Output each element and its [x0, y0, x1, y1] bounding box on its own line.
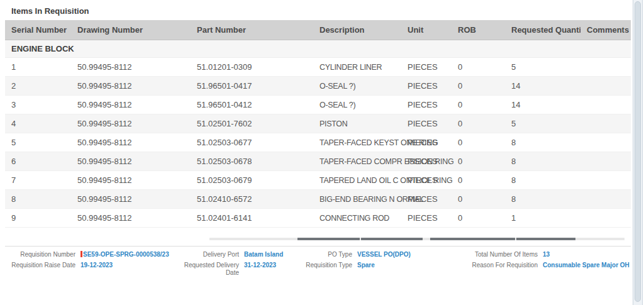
cell-drawing: 50.99495-8112	[71, 190, 191, 209]
cell-requested_quantity: 14	[505, 77, 580, 96]
cell-unit: PIECES	[401, 114, 452, 133]
cell-description: O-SEAL ?)	[313, 96, 401, 114]
cell-rob: 0	[452, 96, 505, 114]
cell-serial: 9	[5, 209, 71, 228]
column-header-unit: Unit	[401, 20, 452, 40]
cell-requested_quantity: 8	[505, 190, 580, 209]
cell-description: O-SEAL ?)	[313, 77, 401, 96]
cell-comments	[580, 96, 631, 114]
cell-part: 51.02501-7602	[191, 114, 313, 133]
table-row: 450.99495-811251.02501-7602PISTONPIECES0…	[5, 114, 631, 133]
column-header-description: Description	[313, 20, 401, 40]
table-row: 950.99495-811251.02401-6141CONNECTING RO…	[5, 209, 631, 228]
cell-serial: 7	[5, 171, 71, 190]
cell-rob: 0	[452, 114, 505, 133]
footer-field-label: Total Number Of Items	[440, 251, 538, 258]
footer-field-requisition-number: Requisition NumberSE59-OPE-SPRG-0000538/…	[5, 251, 181, 258]
cell-serial: 5	[5, 133, 71, 152]
cell-comments	[580, 190, 631, 209]
cell-unit: PIECES	[401, 209, 452, 228]
footer-column: Delivery PortBatam IslandRequested Deliv…	[181, 251, 296, 280]
requisition-items-panel: Items In Requisition Serial NumberDrawin…	[0, 0, 644, 305]
items-table: Serial NumberDrawing NumberPart NumberDe…	[5, 20, 631, 228]
cell-requested_quantity: 8	[505, 171, 580, 190]
cell-rob: 0	[452, 171, 505, 190]
footer-field-total-number-of-items: Total Number Of Items13	[440, 251, 625, 258]
cell-part: 51.96501-0417	[191, 77, 313, 96]
cell-rob: 0	[452, 133, 505, 152]
footer-field-po-type: PO TypeVESSEL PO(DPO)	[296, 251, 440, 258]
cell-part: 51.02401-6141	[191, 209, 313, 228]
cell-description: TAPER-FACED COMPR ESSION RING	[313, 152, 401, 171]
table-row: 250.99495-811251.96501-0417O-SEAL ?)PIEC…	[5, 77, 631, 96]
cell-requested_quantity: 8	[505, 133, 580, 152]
requisition-summary-footer: Requisition NumberSE59-OPE-SPRG-0000538/…	[5, 246, 631, 280]
footer-field-value: VESSEL PO(DPO)	[357, 251, 411, 258]
cell-drawing: 50.99495-8112	[71, 96, 191, 114]
footer-field-value: 31-12-2023	[244, 262, 276, 269]
cell-comments	[580, 171, 631, 190]
divider-segment	[361, 238, 423, 240]
cell-comments	[580, 152, 631, 171]
footer-column: Requisition NumberSE59-OPE-SPRG-0000538/…	[5, 251, 181, 280]
footer-field-label: Requisition Type	[296, 262, 352, 269]
cell-drawing: 50.99495-8112	[71, 133, 191, 152]
footer-field-value: SE59-OPE-SPRG-0000538/23	[80, 251, 169, 258]
vertical-scrollbar-thumb[interactable]	[635, 1, 641, 302]
cell-part: 51.02503-0678	[191, 152, 313, 171]
divider-segment	[430, 238, 515, 240]
cell-serial: 8	[5, 190, 71, 209]
footer-field-reason-for-requisition: Reason For RequisitionConsumable Spare M…	[440, 262, 625, 269]
cell-part: 51.02410-6572	[191, 190, 313, 209]
cell-serial: 4	[5, 114, 71, 133]
cell-rob: 0	[452, 77, 505, 96]
cell-description: TAPER-FACED KEYST ONE RING	[313, 133, 401, 152]
column-header-rob: ROB	[452, 20, 505, 40]
footer-column: Total Number Of Items13Reason For Requis…	[440, 251, 625, 280]
table-row: 750.99495-811251.02503-0679TAPERED LAND …	[5, 171, 631, 190]
group-header-row: ENGINE BLOCK	[5, 40, 631, 58]
table-row: 550.99495-811251.02503-0677TAPER-FACED K…	[5, 133, 631, 152]
cell-serial: 2	[5, 77, 71, 96]
column-header-part-number: Part Number	[191, 20, 313, 40]
footer-field-label: Reason For Requisition	[440, 262, 538, 269]
required-marker	[80, 251, 82, 257]
footer-field-requisition-raise-date: Requisition Raise Date19-12-2023	[5, 262, 181, 269]
cell-part: 51.02503-0679	[191, 171, 313, 190]
group-header-label: ENGINE BLOCK	[5, 40, 631, 58]
cell-comments	[580, 58, 631, 77]
table-row: 350.99495-811251.96501-0412O-SEAL ?)PIEC…	[5, 96, 631, 114]
cell-part: 51.02503-0677	[191, 133, 313, 152]
cell-drawing: 50.99495-8112	[71, 77, 191, 96]
cell-requested_quantity: 1	[505, 209, 580, 228]
cell-rob: 0	[452, 58, 505, 77]
footer-column: PO TypeVESSEL PO(DPO)Requisition TypeSpa…	[296, 251, 440, 280]
cell-description: BIG-END BEARING N ORMAL	[313, 190, 401, 209]
cell-drawing: 50.99495-8112	[71, 209, 191, 228]
divider-segment	[516, 238, 575, 240]
cell-requested_quantity: 5	[505, 114, 580, 133]
footer-field-value: Batam Island	[244, 251, 283, 258]
segmented-divider-bar	[209, 238, 625, 240]
footer-field-value: Spare	[357, 262, 375, 269]
footer-field-label: Requested Delivery Date	[181, 262, 239, 277]
cell-unit: PIECES	[401, 77, 452, 96]
column-header-serial-number: Serial Number	[5, 20, 71, 40]
cell-serial: 6	[5, 152, 71, 171]
table-row: 850.99495-811251.02410-6572BIG-END BEARI…	[5, 190, 631, 209]
table-header-row: Serial NumberDrawing NumberPart NumberDe…	[5, 20, 631, 40]
footer-field-requested-delivery-date: Requested Delivery Date31-12-2023	[181, 262, 296, 277]
cell-comments	[580, 209, 631, 228]
cell-rob: 0	[452, 209, 505, 228]
column-header-comments: Comments	[580, 20, 631, 40]
cell-comments	[580, 133, 631, 152]
vertical-scrollbar[interactable]	[633, 0, 643, 305]
footer-field-label: Requisition Raise Date	[5, 262, 75, 269]
footer-field-label: Delivery Port	[181, 251, 239, 258]
cell-description: CONNECTING ROD	[313, 209, 401, 228]
cell-serial: 3	[5, 96, 71, 114]
column-header-drawing-number: Drawing Number	[71, 20, 191, 40]
cell-requested_quantity: 14	[505, 96, 580, 114]
cell-part: 51.96501-0412	[191, 96, 313, 114]
footer-field-value: Consumable Spare Major OH	[543, 262, 630, 269]
